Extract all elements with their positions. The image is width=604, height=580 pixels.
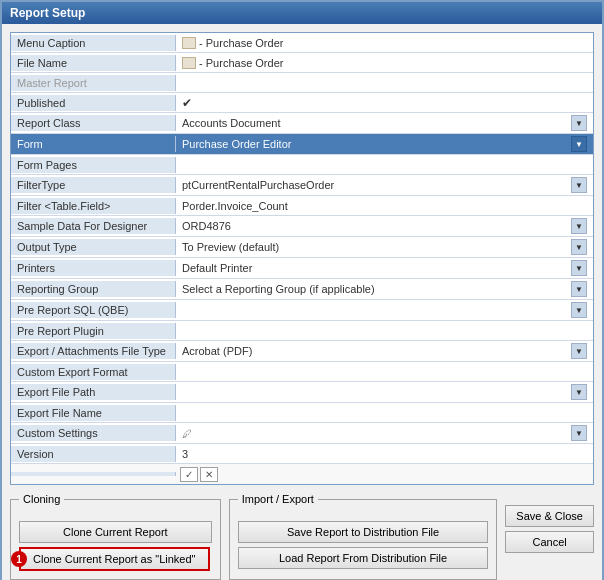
value-export-file-path: ▼ (176, 382, 593, 402)
reporting-group-dropdown[interactable]: ▼ (571, 281, 587, 297)
content-area: Menu Caption - Purchase Order File Name … (2, 24, 602, 580)
row-export-file-path: Export File Path ▼ (11, 382, 593, 403)
version-number: 3 (182, 448, 188, 460)
clone-current-button[interactable]: Clone Current Report (19, 521, 212, 543)
label-reporting-group: Reporting Group (11, 281, 176, 297)
row-sample-data: Sample Data For Designer ORD4876 ▼ (11, 216, 593, 237)
row-form: Form Purchase Order Editor ▼ (11, 134, 593, 155)
label-export-file-name: Export File Name (11, 405, 176, 421)
report-setup-window: Report Setup Menu Caption - Purchase Ord… (0, 0, 604, 580)
row-file-name: File Name - Purchase Order (11, 53, 593, 73)
row-filter-table-field: Filter <Table.Field> Porder.Invoice_Coun… (11, 196, 593, 216)
output-type-dropdown[interactable]: ▼ (571, 239, 587, 255)
report-class-text: Accounts Document (182, 117, 280, 129)
label-custom-export-format: Custom Export Format (11, 364, 176, 380)
filter-type-dropdown[interactable]: ▼ (571, 177, 587, 193)
load-distribution-button[interactable]: Load Report From Distribution File (238, 547, 489, 569)
label-export-file-type: Export / Attachments File Type (11, 343, 176, 359)
value-output-type: To Preview (default) ▼ (176, 237, 593, 257)
value-pre-report-sql: ▼ (176, 300, 593, 320)
printers-dropdown[interactable]: ▼ (571, 260, 587, 276)
label-sample-data: Sample Data For Designer (11, 218, 176, 234)
value-master-report (176, 81, 593, 85)
cancel-button[interactable]: Cancel (505, 531, 594, 553)
label-report-class: Report Class (11, 115, 176, 131)
reporting-group-text: Select a Reporting Group (if applicable) (182, 283, 375, 295)
edit-icon: 🖊 (182, 428, 192, 439)
value-sample-data: ORD4876 ▼ (176, 216, 593, 236)
label-filter-type: FilterType (11, 177, 176, 193)
value-form: Purchase Order Editor ▼ (176, 134, 593, 154)
import-export-legend: Import / Export (238, 493, 318, 505)
output-type-text: To Preview (default) (182, 241, 279, 253)
save-close-button[interactable]: Save & Close (505, 505, 594, 527)
value-menu-caption: - Purchase Order (176, 35, 593, 51)
save-distribution-button[interactable]: Save Report to Distribution File (238, 521, 489, 543)
value-filter-table-field: Porder.Invoice_Count (176, 198, 593, 214)
value-printers: Default Printer ▼ (176, 258, 593, 278)
row-export-file-name: Export File Name (11, 403, 593, 423)
pre-report-sql-dropdown[interactable]: ▼ (571, 302, 587, 318)
value-version-actions: ✓ ✕ (176, 465, 593, 484)
properties-grid: Menu Caption - Purchase Order File Name … (10, 32, 594, 485)
bottom-section: Cloning Clone Current Report 1 Clone Cur… (10, 493, 594, 580)
cloning-legend: Cloning (19, 493, 64, 505)
export-file-type-dropdown[interactable]: ▼ (571, 343, 587, 359)
label-file-name: File Name (11, 55, 176, 71)
row-export-file-type: Export / Attachments File Type Acrobat (… (11, 341, 593, 362)
printers-text: Default Printer (182, 262, 252, 274)
menu-caption-icon (182, 37, 196, 49)
published-checkbox[interactable]: ✔ (182, 96, 192, 110)
row-form-pages: Form Pages (11, 155, 593, 175)
file-name-icon (182, 57, 196, 69)
row-reporting-group: Reporting Group Select a Reporting Group… (11, 279, 593, 300)
row-printers: Printers Default Printer ▼ (11, 258, 593, 279)
clone-linked-container: 1 Clone Current Report as "Linked" (19, 547, 212, 571)
label-master-report: Master Report (11, 75, 176, 91)
label-filter-table-field: Filter <Table.Field> (11, 198, 176, 214)
value-custom-settings: 🖊 ▼ (176, 423, 593, 443)
row-pre-report-plugin: Pre Report Plugin (11, 321, 593, 341)
label-printers: Printers (11, 260, 176, 276)
cloning-section: Cloning Clone Current Report 1 Clone Cur… (10, 493, 221, 580)
label-version-actions (11, 472, 176, 476)
value-reporting-group: Select a Reporting Group (if applicable)… (176, 279, 593, 299)
row-custom-export-format: Custom Export Format (11, 362, 593, 382)
save-cancel-section: Save & Close Cancel (505, 505, 594, 580)
sample-data-text: ORD4876 (182, 220, 231, 232)
value-filter-type: ptCurrentRentalPurchaseOrder ▼ (176, 175, 593, 195)
form-dropdown[interactable]: ▼ (571, 136, 587, 152)
label-published: Published (11, 95, 176, 111)
label-menu-caption: Menu Caption (11, 35, 176, 51)
row-report-class: Report Class Accounts Document ▼ (11, 113, 593, 134)
clone-linked-button[interactable]: Clone Current Report as "Linked" (19, 547, 210, 571)
row-output-type: Output Type To Preview (default) ▼ (11, 237, 593, 258)
label-output-type: Output Type (11, 239, 176, 255)
row-master-report: Master Report (11, 73, 593, 93)
value-custom-export-format (176, 370, 593, 374)
export-file-type-text: Acrobat (PDF) (182, 345, 252, 357)
value-version: 3 (176, 446, 593, 462)
report-class-dropdown[interactable]: ▼ (571, 115, 587, 131)
value-export-file-type: Acrobat (PDF) ▼ (176, 341, 593, 361)
version-cancel-button[interactable]: ✕ (200, 467, 218, 482)
sample-data-dropdown[interactable]: ▼ (571, 218, 587, 234)
label-export-file-path: Export File Path (11, 384, 176, 400)
label-pre-report-sql: Pre Report SQL (QBE) (11, 302, 176, 318)
value-file-name: - Purchase Order (176, 55, 593, 71)
title-bar: Report Setup (2, 2, 602, 24)
export-file-path-dropdown[interactable]: ▼ (571, 384, 587, 400)
value-published: ✔ (176, 94, 593, 112)
value-form-pages (176, 163, 593, 167)
custom-settings-dropdown[interactable]: ▼ (571, 425, 587, 441)
import-export-section: Import / Export Save Report to Distribut… (229, 493, 498, 580)
cloning-buttons: Clone Current Report 1 Clone Current Rep… (19, 513, 212, 571)
label-pre-report-plugin: Pre Report Plugin (11, 323, 176, 339)
label-version: Version (11, 446, 176, 462)
value-export-file-name (176, 411, 593, 415)
row-custom-settings: Custom Settings 🖊 ▼ (11, 423, 593, 444)
badge-number: 1 (11, 551, 27, 567)
value-report-class: Accounts Document ▼ (176, 113, 593, 133)
window-title: Report Setup (10, 6, 85, 20)
version-confirm-button[interactable]: ✓ (180, 467, 198, 482)
